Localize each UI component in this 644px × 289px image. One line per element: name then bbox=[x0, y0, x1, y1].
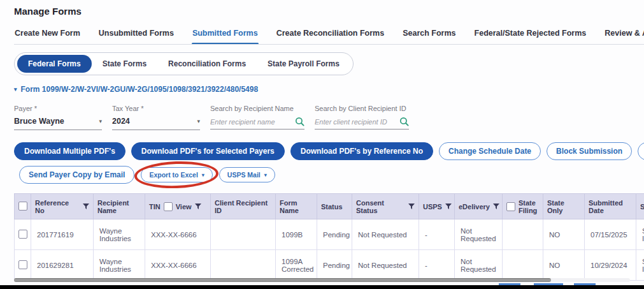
cell-reference-no: 201771619 bbox=[31, 219, 94, 250]
col-client-recipient-id: Client Recipient ID bbox=[215, 199, 268, 214]
recipient-search-box bbox=[210, 117, 304, 130]
cell-usps: - bbox=[419, 219, 455, 250]
search-icon[interactable] bbox=[295, 117, 304, 126]
form-group-label: Form 1099/W-2/W-2VI/W-2GU/W-2G/1095/1098… bbox=[21, 85, 259, 94]
table-row: 201771619 Wayne Industries XXX-XX-6666 1… bbox=[15, 219, 644, 250]
subtab-state-payroll-forms[interactable]: State Payroll Forms bbox=[257, 55, 350, 73]
filter-icon[interactable] bbox=[445, 204, 452, 210]
payer-value: Bruce Wayne bbox=[14, 117, 64, 126]
filter-icon[interactable] bbox=[408, 204, 415, 210]
horizontal-scrollbar-thumb[interactable] bbox=[14, 278, 551, 282]
state-filing-all-checkbox[interactable] bbox=[506, 202, 515, 211]
tab-search-forms[interactable]: Search Forms bbox=[402, 26, 456, 44]
tab-review-approve-forms[interactable]: Review & Approve Forms bbox=[604, 26, 644, 44]
col-state-only: State Only bbox=[547, 199, 564, 214]
cell-consent-status: Not Requested bbox=[352, 219, 419, 250]
col-form-name: Form Name bbox=[280, 199, 299, 214]
tab-create-reconciliation-forms[interactable]: Create Reconciliation Forms bbox=[276, 26, 385, 44]
payer-select[interactable]: Bruce Wayne ▾ bbox=[14, 117, 102, 130]
cell-reference-no: 201629281 bbox=[31, 250, 94, 281]
edelivery-button[interactable]: eDelivery bbox=[638, 142, 644, 160]
tax-year-field: Tax Year * 2024 ▾ bbox=[112, 105, 200, 130]
cell-clipped: S I bbox=[636, 219, 644, 250]
red-circle-annotation: Export to Excel ▾ bbox=[141, 167, 212, 182]
filter-icon[interactable] bbox=[195, 204, 201, 210]
row-checkbox[interactable] bbox=[18, 260, 27, 269]
select-all-checkbox[interactable] bbox=[18, 202, 27, 211]
cell-clipped: S I bbox=[636, 250, 644, 281]
cell-submitted-date: 07/15/2025 bbox=[585, 219, 636, 250]
recipient-search-field: Search by Recipient Name bbox=[210, 105, 304, 130]
cell-state-filing bbox=[503, 219, 543, 250]
cell-recipient-name: Wayne Industries bbox=[94, 219, 145, 250]
tab-unsubmitted-forms[interactable]: Unsubmitted Forms bbox=[98, 26, 175, 44]
forms-table: Reference No Recipient Name TIN View Cli… bbox=[14, 193, 644, 281]
usps-mail-label: USPS Mail bbox=[227, 171, 261, 179]
client-id-search-input[interactable] bbox=[315, 118, 390, 126]
col-clipped: S bbox=[640, 203, 644, 211]
client-id-search-label: Search by Client Recipient ID bbox=[315, 105, 409, 112]
tax-year-label: Tax Year * bbox=[112, 105, 200, 112]
send-payer-copy-email-button[interactable]: Send Payer Copy by Email bbox=[19, 166, 134, 184]
subtab-reconciliation-forms[interactable]: Reconciliation Forms bbox=[157, 55, 257, 73]
tax-year-select[interactable]: 2024 ▾ bbox=[112, 117, 200, 130]
main-tab-bar: Create New Form Unsubmitted Forms Submit… bbox=[14, 26, 644, 45]
action-button-row-2: Send Payer Copy by Email Export to Excel… bbox=[19, 166, 644, 184]
change-schedule-date-button[interactable]: Change Schedule Date bbox=[439, 142, 541, 160]
page-title: Manage Forms bbox=[14, 0, 644, 17]
cell-status: Pending bbox=[317, 219, 352, 250]
download-pdfs-selected-payers-button[interactable]: Download PDF's for Selected Payers bbox=[131, 142, 285, 160]
col-recipient-name: Recipient Name bbox=[97, 199, 129, 214]
cell-client-recipient-id bbox=[211, 250, 276, 281]
table-row: 201629281 Wayne Industries XXX-XX-6666 1… bbox=[15, 250, 644, 281]
chevron-down-icon: ▾ bbox=[99, 118, 102, 124]
cell-tin: XXX-XX-6666 bbox=[145, 219, 211, 250]
cell-state-filing bbox=[503, 250, 543, 281]
tax-year-value: 2024 bbox=[112, 117, 130, 126]
col-consent-status: Consent Status bbox=[356, 199, 405, 214]
horizontal-scrollbar-track[interactable] bbox=[14, 278, 630, 282]
row-checkbox[interactable] bbox=[18, 230, 27, 239]
payer-field: Payer * Bruce Wayne ▾ bbox=[14, 105, 102, 130]
cell-edelivery: Not Requested bbox=[455, 219, 503, 250]
client-id-search-field: Search by Client Recipient ID bbox=[315, 105, 409, 130]
bottom-window-edge bbox=[0, 285, 644, 289]
chevron-down-icon: ▾ bbox=[202, 172, 204, 178]
forms-table-container: Reference No Recipient Name TIN View Cli… bbox=[14, 193, 644, 281]
cell-consent-status: Not Requested bbox=[352, 250, 419, 281]
col-reference-no: Reference No bbox=[35, 199, 80, 214]
cell-submitted-date: 10/29/2024 bbox=[585, 250, 636, 281]
cell-state-only: NO bbox=[543, 250, 585, 281]
col-status: Status bbox=[321, 203, 343, 211]
chevron-down-icon: ▾ bbox=[264, 172, 267, 178]
form-group-toggle[interactable]: ▾ Form 1099/W-2/W-2VI/W-2GU/W-2G/1095/10… bbox=[14, 85, 644, 94]
table-header-row: Reference No Recipient Name TIN View Cli… bbox=[15, 194, 644, 219]
col-tin: TIN bbox=[149, 203, 161, 211]
download-multiple-pdfs-button[interactable]: Download Multiple PDF's bbox=[14, 142, 125, 160]
filter-icon[interactable] bbox=[83, 204, 89, 210]
subtab-state-forms[interactable]: State Forms bbox=[92, 55, 157, 73]
cell-form-name: 1099A Corrected bbox=[276, 250, 317, 281]
tab-federal-state-rejected-forms[interactable]: Federal/State Rejected Forms bbox=[474, 26, 587, 44]
filter-icon[interactable] bbox=[493, 204, 499, 210]
cell-state-only: NO bbox=[543, 219, 585, 250]
cell-client-recipient-id bbox=[211, 219, 276, 250]
chevron-down-icon: ▾ bbox=[14, 87, 17, 93]
download-pdfs-reference-no-button[interactable]: Download PDF's by Reference No bbox=[290, 142, 433, 160]
col-usps: USPS bbox=[423, 203, 442, 211]
cell-form-name: 1099B bbox=[276, 219, 317, 250]
tab-submitted-forms[interactable]: Submitted Forms bbox=[192, 26, 259, 44]
search-icon[interactable] bbox=[399, 117, 409, 126]
tab-create-new-form[interactable]: Create New Form bbox=[14, 26, 81, 44]
block-submission-button[interactable]: Block Submission bbox=[547, 142, 632, 160]
client-id-search-box bbox=[315, 117, 409, 130]
manage-forms-page: Manage Forms Create New Form Unsubmitted… bbox=[0, 0, 644, 289]
recipient-search-input[interactable] bbox=[210, 118, 285, 126]
form-type-subtabs: Federal Forms State Forms Reconciliation… bbox=[14, 52, 354, 75]
export-to-excel-button[interactable]: Export to Excel ▾ bbox=[141, 167, 212, 182]
col-edelivery: eDelivery bbox=[459, 203, 490, 211]
subtab-federal-forms[interactable]: Federal Forms bbox=[17, 55, 92, 73]
payer-label: Payer * bbox=[14, 105, 102, 112]
tin-mask-checkbox[interactable] bbox=[164, 202, 173, 211]
usps-mail-button[interactable]: USPS Mail ▾ bbox=[219, 167, 275, 182]
